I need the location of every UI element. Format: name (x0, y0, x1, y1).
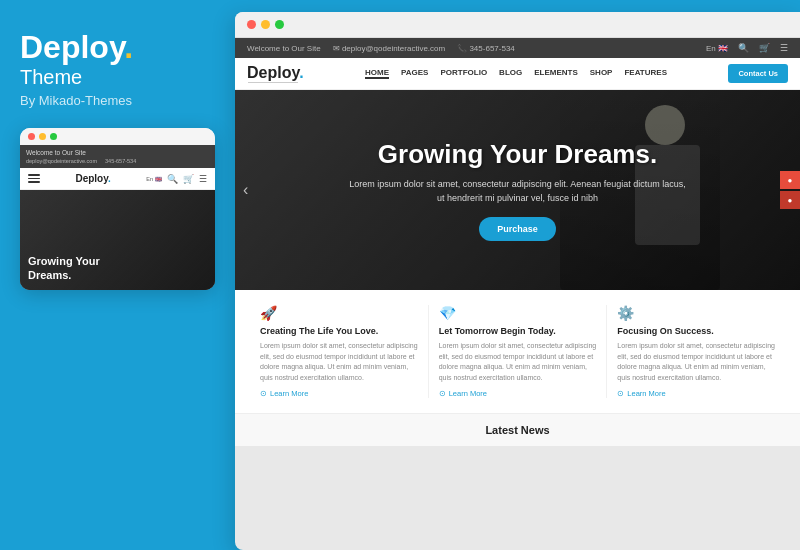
brand-block: Deploy. Theme By Mikado-Themes (20, 30, 215, 108)
desktop-hero: Growing Your Dreams. Lorem ipsum dolor s… (235, 90, 800, 290)
left-panel: Deploy. Theme By Mikado-Themes Welcome t… (0, 0, 235, 550)
brand-subtitle: Theme (20, 65, 215, 89)
hamburger-icon[interactable] (28, 174, 40, 183)
learn-more-3[interactable]: Learn More (617, 389, 775, 398)
mobile-lang: En 🇬🇧 (146, 176, 162, 182)
desktop-nav: Deploy. HOME PAGES PORTFOLIO BLOG ELEMEN… (235, 58, 800, 90)
mobile-nav: Deploy. En 🇬🇧 🔍 🛒 ☰ (20, 168, 215, 190)
hero-side-buttons: ● ● (780, 171, 800, 209)
feature-title-2: Let Tomorrow Begin Today. (439, 326, 597, 336)
mobile-icons: En 🇬🇧 🔍 🛒 ☰ (146, 174, 207, 184)
hero-side-btn-2[interactable]: ● (780, 191, 800, 209)
feature-col-1: 🚀 Creating The Life You Love. Lorem ipsu… (250, 305, 429, 398)
browser-dot-red (247, 20, 256, 29)
mobile-cart-icon[interactable]: 🛒 (183, 174, 194, 184)
desktop-logo: Deploy. (247, 64, 304, 83)
mobile-hero-title: Growing Your Dreams. (28, 254, 100, 283)
topbar-menu-icon[interactable]: ☰ (780, 43, 788, 53)
mobile-chrome (20, 128, 215, 145)
topbar-site-name: Welcome to Our Site (247, 44, 321, 53)
browser-dot-yellow (261, 20, 270, 29)
feature-text-3: Lorem ipsum dolor sit amet, consectetur … (617, 341, 775, 383)
mobile-search-icon[interactable]: 🔍 (167, 174, 178, 184)
mobile-email: deploy@qodeinteractive.com (26, 158, 97, 164)
mobile-menu-icon[interactable]: ☰ (199, 174, 207, 184)
desktop-nav-links: HOME PAGES PORTFOLIO BLOG ELEMENTS SHOP … (365, 68, 667, 79)
learn-more-2[interactable]: Learn More (439, 389, 597, 398)
nav-link-pages[interactable]: PAGES (401, 68, 428, 79)
desktop-topbar: Welcome to Our Site ✉ deploy@qodeinterac… (235, 38, 800, 58)
brand-title: Deploy. (20, 30, 215, 65)
site-content: Welcome to Our Site ✉ deploy@qodeinterac… (235, 38, 800, 550)
browser-chrome (235, 12, 800, 38)
hero-title: Growing Your Dreams. (348, 139, 688, 170)
topbar-cart-icon[interactable]: 🛒 (759, 43, 770, 53)
browser-dot-green (275, 20, 284, 29)
feature-col-2: 💎 Let Tomorrow Begin Today. Lorem ipsum … (429, 305, 608, 398)
right-panel: Welcome to Our Site ✉ deploy@qodeinterac… (235, 12, 800, 550)
topbar-lang: En 🇬🇧 (706, 44, 728, 53)
feature-title-3: Focusing On Success. (617, 326, 775, 336)
latest-news-bar: Latest News (235, 413, 800, 446)
mobile-contact-row: deploy@qodeinteractive.com 345-657-534 (26, 158, 209, 164)
desktop-topbar-left: Welcome to Our Site ✉ deploy@qodeinterac… (247, 44, 515, 53)
by-line: By Mikado-Themes (20, 93, 215, 108)
nav-link-home[interactable]: HOME (365, 68, 389, 79)
hero-arrow-left[interactable]: ‹ (243, 181, 248, 199)
contact-us-button[interactable]: Contact Us (728, 64, 788, 83)
nav-link-blog[interactable]: BLOG (499, 68, 522, 79)
mobile-logo: Deploy. (75, 173, 110, 184)
hero-body: Lorem ipsum dolor sit amet, consectetur … (348, 178, 688, 205)
purchase-button[interactable]: Purchase (479, 217, 556, 241)
hero-side-btn-1[interactable]: ● (780, 171, 800, 189)
topbar-phone: 📞 345-657-534 (457, 44, 515, 53)
topbar-search-icon[interactable]: 🔍 (738, 43, 749, 53)
desktop-topbar-right: En 🇬🇧 🔍 🛒 ☰ (706, 43, 788, 53)
mobile-top-info: Welcome to Our Site deploy@qodeinteracti… (20, 145, 215, 168)
nav-link-shop[interactable]: SHOP (590, 68, 613, 79)
nav-link-portfolio[interactable]: PORTFOLIO (440, 68, 487, 79)
topbar-email: ✉ deploy@qodeinteractive.com (333, 44, 446, 53)
mobile-hero: Growing Your Dreams. (20, 190, 215, 290)
mobile-hero-text: Growing Your Dreams. (28, 254, 100, 283)
mobile-dot-green (50, 133, 57, 140)
feature-col-3: ⚙️ Focusing On Success. Lorem ipsum dolo… (607, 305, 785, 398)
feature-text-1: Lorem ipsum dolor sit amet, consectetur … (260, 341, 418, 383)
hero-content: Growing Your Dreams. Lorem ipsum dolor s… (308, 139, 728, 241)
nav-link-features[interactable]: FEATURES (624, 68, 667, 79)
feature-text-2: Lorem ipsum dolor sit amet, consectetur … (439, 341, 597, 383)
mobile-phone: 345-657-534 (105, 158, 136, 164)
mobile-mockup: Welcome to Our Site deploy@qodeinteracti… (20, 128, 215, 290)
feature-icon-2: 💎 (439, 305, 597, 321)
feature-icon-3: ⚙️ (617, 305, 775, 321)
mobile-dot-red (28, 133, 35, 140)
latest-news-title: Latest News (250, 424, 785, 436)
feature-title-1: Creating The Life You Love. (260, 326, 418, 336)
feature-icon-1: 🚀 (260, 305, 418, 321)
learn-more-1[interactable]: Learn More (260, 389, 418, 398)
mobile-dot-yellow (39, 133, 46, 140)
features-section: 🚀 Creating The Life You Love. Lorem ipsu… (235, 290, 800, 413)
mobile-site-name: Welcome to Our Site (26, 149, 209, 156)
nav-link-elements[interactable]: ELEMENTS (534, 68, 578, 79)
